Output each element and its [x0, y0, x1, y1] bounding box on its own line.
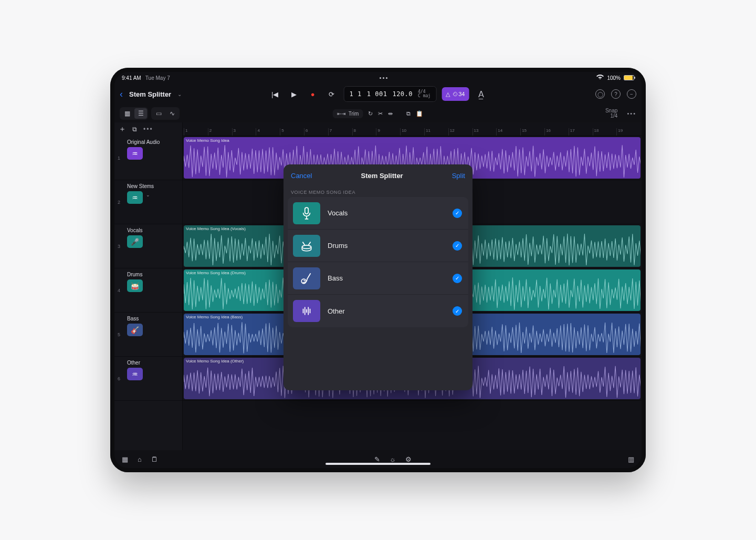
checkmark-icon[interactable]: ✓: [453, 306, 462, 316]
svg-rect-0: [305, 207, 309, 214]
stem-name: Bass: [328, 274, 343, 282]
home-indicator[interactable]: [326, 463, 430, 465]
stem-option-row[interactable]: Vocals ✓: [288, 197, 468, 230]
stem-option-row[interactable]: Other ✓: [288, 295, 468, 327]
svg-point-1: [302, 245, 311, 248]
checkmark-icon[interactable]: ✓: [453, 209, 462, 218]
mic-icon: [293, 202, 320, 224]
checkmark-icon[interactable]: ✓: [453, 241, 462, 251]
drums-icon: [293, 235, 320, 257]
ipad-frame: 9:41 AM Tue May 7 100% ‹ Stem Splitter ⌄…: [110, 68, 646, 472]
modal-title: Stem Splitter: [361, 172, 403, 180]
stem-splitter-modal: Cancel Stem Splitter Split VOICE MEMO SO…: [284, 164, 472, 390]
checkmark-icon[interactable]: ✓: [453, 274, 462, 283]
app-screen: 9:41 AM Tue May 7 100% ‹ Stem Splitter ⌄…: [114, 72, 642, 468]
split-button[interactable]: Split: [452, 172, 465, 180]
stem-option-row[interactable]: Bass ✓: [288, 262, 468, 295]
stem-name: Other: [328, 307, 345, 315]
stem-name: Vocals: [328, 209, 348, 217]
stem-option-row[interactable]: Drums ✓: [288, 230, 468, 262]
modal-subtitle: VOICE MEMO SONG IDEA: [284, 186, 472, 197]
cancel-button[interactable]: Cancel: [291, 172, 312, 180]
stem-name: Drums: [328, 242, 348, 250]
bass-icon: [293, 267, 320, 289]
wave-icon: [293, 300, 320, 322]
